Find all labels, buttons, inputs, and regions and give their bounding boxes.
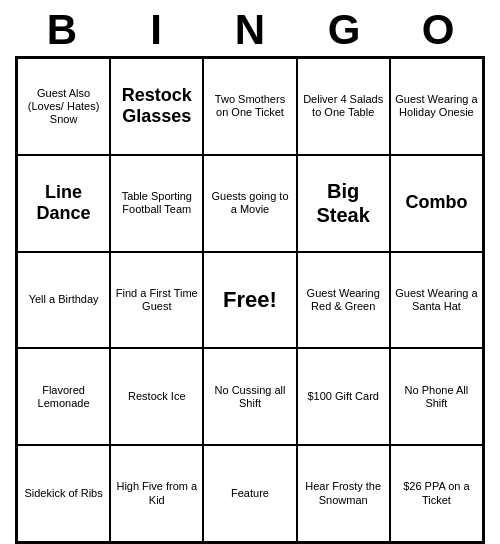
cell-0-0: Guest Also (Loves/ Hates) Snow [17, 58, 110, 155]
bingo-header: BINGO [15, 0, 485, 56]
cell-3-2: No Cussing all Shift [203, 348, 296, 445]
cell-1-0: Line Dance [17, 155, 110, 252]
bingo-letter-n: N [206, 6, 294, 54]
cell-1-2: Guests going to a Movie [203, 155, 296, 252]
cell-3-3: $100 Gift Card [297, 348, 390, 445]
cell-3-0: Flavored Lemonade [17, 348, 110, 445]
cell-2-3: Guest Wearing Red & Green [297, 252, 390, 349]
cell-0-2: Two Smothers on One Ticket [203, 58, 296, 155]
cell-2-0: Yell a Birthday [17, 252, 110, 349]
cell-2-2: Free! [203, 252, 296, 349]
cell-0-3: Deliver 4 Salads to One Table [297, 58, 390, 155]
cell-3-4: No Phone All Shift [390, 348, 483, 445]
cell-4-3: Hear Frosty the Snowman [297, 445, 390, 542]
cell-1-3: Big Steak [297, 155, 390, 252]
cell-4-1: High Five from a Kid [110, 445, 203, 542]
cell-0-4: Guest Wearing a Holiday Onesie [390, 58, 483, 155]
cell-4-2: Feature [203, 445, 296, 542]
cell-4-4: $26 PPA on a Ticket [390, 445, 483, 542]
cell-3-1: Restock Ice [110, 348, 203, 445]
bingo-letter-g: G [300, 6, 388, 54]
cell-2-4: Guest Wearing a Santa Hat [390, 252, 483, 349]
bingo-letter-i: I [112, 6, 200, 54]
cell-1-4: Combo [390, 155, 483, 252]
cell-2-1: Find a First Time Guest [110, 252, 203, 349]
bingo-grid: Guest Also (Loves/ Hates) SnowRestock Gl… [15, 56, 485, 544]
cell-1-1: Table Sporting Football Team [110, 155, 203, 252]
cell-0-1: Restock Glasses [110, 58, 203, 155]
bingo-letter-o: O [394, 6, 482, 54]
cell-4-0: Sidekick of Ribs [17, 445, 110, 542]
bingo-letter-b: B [18, 6, 106, 54]
